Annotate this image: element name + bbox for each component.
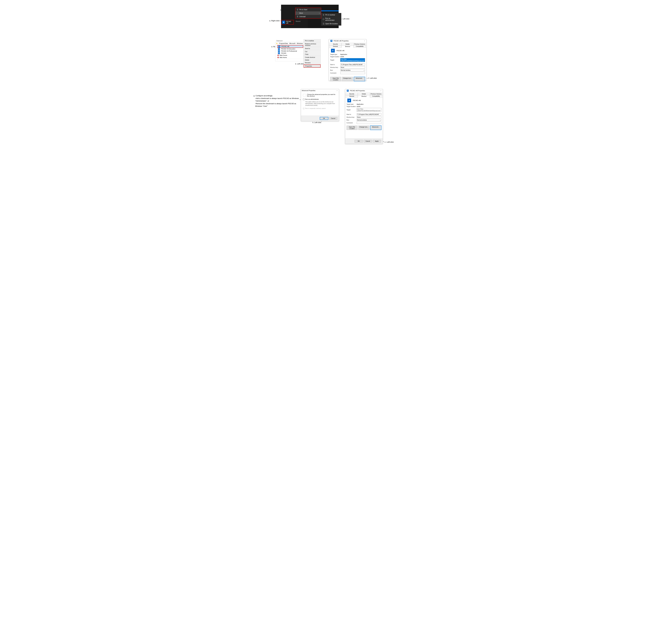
lbl-target: Target:: [347, 109, 357, 111]
sub-open-location[interactable]: Open file location: [321, 22, 341, 25]
ex-copy[interactable]: Copy: [304, 53, 320, 55]
ctx-more[interactable]: More ›: [295, 11, 321, 15]
anno-e: e. Left-click: [295, 63, 304, 65]
checkbox-run-admin[interactable]: [303, 98, 304, 100]
tab-shortcut[interactable]: Shortcut: [342, 45, 354, 48]
tab-prev[interactable]: Previous Versions: [370, 93, 382, 95]
pscad-icon: [331, 40, 332, 42]
dialog-title-bar: PSCAD v46 Properties ×: [329, 39, 366, 42]
ex-properties[interactable]: Properties: [304, 64, 320, 68]
ctx-pin-start-label: Pin to Start: [299, 9, 307, 11]
btn-open-location[interactable]: Open File Location: [330, 77, 341, 81]
start-tile-pscad[interactable]: PSCAD v46: [281, 20, 294, 24]
start-submenu: Pin to taskbar Run as administrator Open…: [321, 13, 341, 26]
apply-button[interactable]: Apply: [373, 140, 381, 143]
file-item[interactable]: PSCAD X4 Professional: [277, 50, 303, 52]
btn-advanced[interactable]: Advanced...: [354, 77, 365, 81]
ok-button[interactable]: OK: [355, 140, 363, 143]
ex-create-shortcut[interactable]: Create shortcut: [304, 56, 320, 59]
props-name: PSCAD v46: [337, 50, 345, 51]
file-pscad-v46[interactable]: PSCAD v46: [277, 45, 303, 48]
adv-run-admin-desc: This option allows you to run this short…: [305, 101, 337, 106]
properties-dialog-1: PSCAD v46 Properties × Security Details …: [329, 39, 367, 81]
input-target[interactable]: ram Files (x86)\PSCAD46\bin\win64\pscad.…: [340, 58, 365, 62]
input-target[interactable]: jram Files (x86)\PSCAD46\bin\win64\pscad…: [357, 108, 381, 112]
dialog-title: PSCAD v46 Properties: [350, 90, 365, 91]
tab-security[interactable]: Security: [330, 43, 342, 45]
g-line1: -Add a checkmark to always launch PSCAD …: [254, 97, 300, 102]
adv-ok-button[interactable]: OK: [320, 117, 328, 120]
tab-general[interactable]: General: [346, 95, 358, 97]
trash-icon: [297, 16, 298, 17]
ribbon-clipboard: Clipboard: [276, 39, 285, 42]
anno-a: a. Right-click: [269, 20, 279, 22]
pscad-icon: [282, 21, 285, 24]
pin-icon: [323, 14, 324, 16]
close-icon[interactable]: ×: [380, 90, 382, 91]
ex-delete[interactable]: Delete: [304, 59, 320, 61]
start-menu: PSCAD v46 Recent Pin to Start More › Uni…: [281, 5, 339, 28]
lbl-comment: Comment:: [330, 72, 341, 74]
file-label-0: PSCAD v46: [281, 46, 289, 47]
ex-cut[interactable]: Cut: [304, 50, 320, 53]
ex-sendto[interactable]: Send to: [304, 47, 320, 50]
properties-dialog-2: PSCAD v46 Properties × Security Details …: [345, 89, 383, 144]
lbl-target: Target:: [330, 59, 341, 61]
btn-open-location[interactable]: Open File Location: [347, 126, 358, 130]
input-startin[interactable]: "C:\Program Files (x86)\PSCAD46": [341, 63, 365, 66]
tab-compat[interactable]: Compatibility: [370, 95, 382, 97]
tab-security[interactable]: Security: [346, 93, 358, 95]
pscad-icon: [347, 98, 351, 102]
tabs-row-1: Security Details Previous Versions: [329, 42, 366, 45]
chevron-down-icon: ⌵: [380, 119, 381, 121]
close-icon[interactable]: ×: [364, 40, 366, 42]
sub-run-admin[interactable]: Run as administrator: [321, 17, 341, 22]
sub-pin-taskbar[interactable]: Pin to taskbar: [321, 13, 341, 17]
lbl-startin: Start in:: [330, 64, 341, 65]
input-shortcut[interactable]: None: [341, 66, 365, 68]
pscad-icon: [278, 45, 280, 47]
file-item[interactable]: Web Home: [277, 56, 303, 58]
file-label-4: Web Forum: [279, 54, 287, 56]
tab-details[interactable]: Details: [342, 43, 354, 45]
adv-cancel-button[interactable]: Cancel: [329, 117, 337, 120]
ctx-pin-start[interactable]: Pin to Start: [295, 8, 321, 11]
input-comment[interactable]: [357, 122, 381, 124]
dialog-title: PSCAD v46 Properties: [334, 40, 349, 42]
close-icon[interactable]: ×: [336, 90, 338, 91]
file-item[interactable]: Web Forum: [277, 54, 303, 56]
ex-pin-taskbar[interactable]: Pin to taskbar: [304, 39, 320, 42]
ex-restore[interactable]: Restore previous versions: [304, 42, 320, 47]
btn-change-icon[interactable]: Change Icon...: [342, 77, 353, 81]
btn-advanced[interactable]: Advanced...: [370, 126, 381, 130]
file-item[interactable]: PSCAD X4 Education: [277, 48, 303, 50]
lbl-run: Run:: [330, 69, 341, 71]
file-item[interactable]: PSCAD: [277, 52, 303, 54]
ex-rename[interactable]: Rename: [304, 61, 320, 64]
tab-prev[interactable]: Previous Versions: [354, 43, 366, 45]
adv-title: Advanced Properties: [302, 90, 315, 91]
start-context-menu: Pin to Start More › Uninstall: [295, 8, 321, 19]
btn-change-icon[interactable]: Change Icon...: [358, 126, 370, 130]
tab-shortcut[interactable]: Shortcut: [358, 95, 370, 97]
globe-icon: [277, 56, 279, 58]
select-run[interactable]: Normal window⌵: [341, 69, 365, 71]
tab-general[interactable]: General: [330, 45, 342, 47]
ctx-uninstall[interactable]: Uninstall: [295, 15, 321, 18]
tabs-row-2: General Shortcut Compatibility: [329, 45, 366, 48]
tab-compat[interactable]: Compatibility: [354, 45, 366, 47]
file-list: PSCAD v46 PSCAD X4 Education PSCAD X4 Pr…: [275, 45, 303, 61]
chevron-down-icon: ⌵: [364, 69, 365, 71]
cancel-button[interactable]: Cancel: [364, 140, 372, 143]
props-name: PSCAD v46: [353, 99, 361, 101]
crumb-2[interactable]: Windows: [297, 43, 303, 44]
tab-details[interactable]: Details: [358, 93, 370, 95]
select-run[interactable]: Normal window⌵: [357, 119, 381, 121]
checkbox-sep-memory: ✓: [303, 108, 304, 109]
input-startin[interactable]: "C:\Program Files (x86)\PSCAD46": [357, 113, 381, 116]
run-val: Normal window: [357, 119, 367, 121]
input-comment[interactable]: [341, 72, 365, 74]
crumb-1[interactable]: Microsoft: [289, 43, 295, 44]
crumb-0[interactable]: ProgramData: [279, 43, 288, 44]
input-shortcut[interactable]: None: [357, 116, 381, 118]
